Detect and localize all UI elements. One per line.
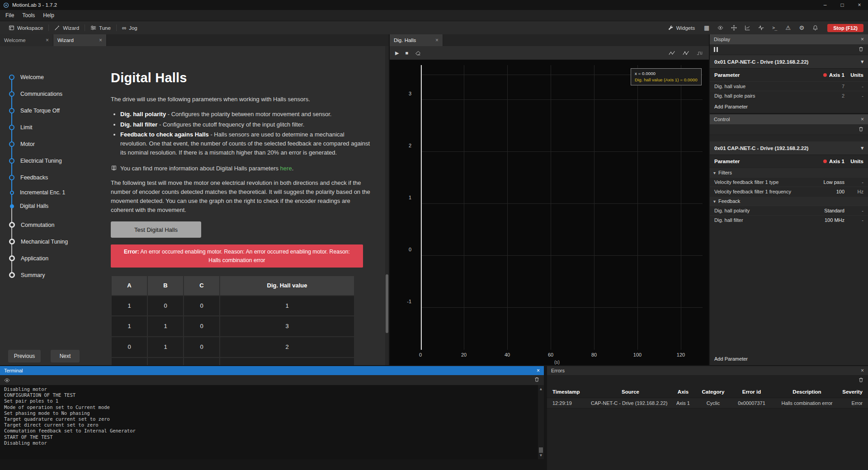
notifications-button[interactable] (809, 23, 821, 33)
trash-icon[interactable] (534, 376, 540, 384)
step-application[interactable]: Application (0, 250, 90, 267)
next-button[interactable]: Next (51, 350, 80, 362)
step-communications[interactable]: Communications (0, 85, 90, 102)
tab-dig-halls[interactable]: Dig. Halls × (390, 34, 443, 46)
step-commutation[interactable]: Commutation (0, 216, 90, 233)
close-icon[interactable]: × (861, 36, 864, 42)
vertical-scrollbar[interactable] (385, 46, 389, 365)
step-summary[interactable]: Summary (0, 267, 90, 283)
tab-welcome[interactable]: Welcome × (0, 34, 53, 46)
workspace-button[interactable]: Workspace (5, 23, 47, 33)
signal-points-icon[interactable] (683, 50, 689, 56)
scrollbar-thumb[interactable] (539, 447, 543, 453)
maximize-button[interactable]: □ (834, 0, 851, 10)
close-icon[interactable]: × (537, 367, 540, 374)
control-add-parameter[interactable]: Add Parameter (710, 352, 868, 365)
watch-button[interactable] (714, 23, 726, 33)
errors-button[interactable]: ⚠ (782, 23, 794, 33)
close-icon[interactable]: × (861, 116, 864, 122)
test-digital-halls-button[interactable]: Test Digital Halls (111, 221, 201, 238)
scope-button[interactable] (741, 23, 753, 33)
terminal-scrollbar[interactable]: ▲ ▼ (538, 385, 544, 459)
control-row-filter-frequency[interactable]: Velocity feedback filter 1 frequency 100… (710, 187, 868, 196)
step-feedbacks[interactable]: Feedbacks (0, 169, 90, 186)
toolbar-separator (48, 24, 49, 31)
widgets-button[interactable]: Widgets (664, 23, 699, 33)
stop-button[interactable]: Stop (F12) (827, 24, 863, 32)
move-icon (731, 25, 737, 31)
errors-panel: Errors × Timestamp Source Axis Category … (547, 366, 868, 470)
trash-icon[interactable] (858, 126, 864, 134)
close-icon[interactable]: × (435, 37, 439, 43)
here-link[interactable]: here (280, 165, 292, 172)
scroll-down-icon[interactable]: ▼ (540, 452, 542, 458)
motion-button[interactable] (728, 23, 740, 33)
group-filters[interactable]: ▾ Filters (710, 168, 868, 177)
eraser-icon[interactable] (415, 50, 421, 56)
menu-tools[interactable]: Tools (18, 11, 39, 20)
scope-toolbar: ▶ ■ (390, 46, 709, 60)
step-dot (9, 141, 14, 147)
terminal-button[interactable]: >_ (769, 23, 780, 33)
scrollbar-thumb[interactable] (386, 274, 388, 333)
plot-grid-area[interactable] (420, 65, 703, 350)
step-dot (9, 125, 14, 130)
play-icon[interactable]: ▶ (395, 50, 399, 56)
wizard-button[interactable]: Wizard (50, 23, 83, 33)
close-icon[interactable]: × (99, 37, 102, 43)
step-electrical-tuning[interactable]: Electrical Tuning (0, 152, 90, 169)
display-add-parameter[interactable]: Add Parameter (710, 100, 868, 113)
table-view-button[interactable]: ▦ (701, 23, 712, 33)
scroll-up-icon[interactable]: ▲ (540, 386, 542, 392)
close-icon[interactable]: × (46, 37, 49, 43)
trash-icon[interactable] (858, 46, 864, 54)
step-dot (10, 191, 14, 195)
settings-button[interactable]: ⚙ (796, 23, 807, 33)
error-row[interactable]: 12:29:19 CAP-NET-C - Drive (192.168.2.22… (547, 398, 868, 409)
tune-icon (90, 25, 96, 31)
step-incremental-enc-1[interactable]: Incremental Enc. 1 (0, 186, 90, 199)
step-motor[interactable]: Motor (0, 136, 90, 152)
group-feedback[interactable]: ▾ Feedback (710, 196, 868, 206)
wand-icon (54, 25, 60, 31)
previous-button[interactable]: Previous (8, 350, 41, 362)
menu-help[interactable]: Help (39, 11, 58, 20)
step-limit[interactable]: Limit (0, 119, 90, 136)
close-button[interactable]: × (851, 0, 868, 10)
step-welcome[interactable]: Welcome (0, 69, 90, 85)
signals-button[interactable] (755, 23, 767, 33)
display-device-select[interactable]: 0x01 CAP-NET-C - Drive (192.168.2.22) ▾ (710, 55, 868, 69)
display-row-dig-hall-value[interactable]: Dig. hall value 7 - (710, 81, 868, 91)
list-item: Dig. hall filter - Configures the cutoff… (120, 120, 371, 129)
errors-toolbar (547, 375, 868, 386)
control-row-hall-filter[interactable]: Dig. hall filter 100 MHz - (710, 215, 868, 225)
x-tick: 120 (672, 352, 690, 357)
signal-line-icon[interactable] (669, 50, 675, 56)
signal-step-icon[interactable] (697, 50, 703, 56)
tune-button[interactable]: Tune (86, 23, 115, 33)
stop-icon[interactable]: ■ (405, 50, 408, 56)
display-columns-header: Parameter Axis 1 Units (710, 69, 868, 81)
control-row-hall-polarity[interactable]: Dig. hall polarity Standard - (710, 206, 868, 215)
info-line: You can find more information about Digi… (111, 164, 371, 173)
step-dot (9, 272, 15, 278)
minimize-button[interactable]: – (816, 0, 834, 10)
menu-file[interactable]: File (1, 11, 18, 20)
step-safe-torque-off[interactable]: Safe Torque Off (0, 102, 90, 119)
chart-line-icon (745, 25, 750, 31)
jog-button[interactable]: ∞ Jog (118, 23, 142, 33)
step-mechanical-tuning[interactable]: Mechanical Tuning (0, 233, 90, 250)
terminal-line: START OF THE TEST (4, 434, 534, 440)
control-device-select[interactable]: 0x01 CAP-NET-C - Drive (192.168.2.22) ▾ (710, 141, 868, 155)
tab-wizard[interactable]: Wizard × (53, 34, 107, 46)
pause-icon[interactable] (714, 47, 718, 52)
workspace-icon (9, 25, 14, 31)
display-row-dig-hall-pole-pairs[interactable]: Dig. hall pole pairs 2 - (710, 91, 868, 100)
trash-icon[interactable] (858, 376, 864, 385)
control-row-filter-type[interactable]: Velocity feedback filter 1 type Low pass… (710, 177, 868, 187)
eye-icon[interactable] (4, 377, 10, 383)
step-digital-halls[interactable]: Digital Halls (0, 199, 90, 213)
plot-cursor[interactable] (421, 65, 422, 350)
close-icon[interactable]: × (861, 367, 864, 374)
step-dot (9, 239, 15, 244)
